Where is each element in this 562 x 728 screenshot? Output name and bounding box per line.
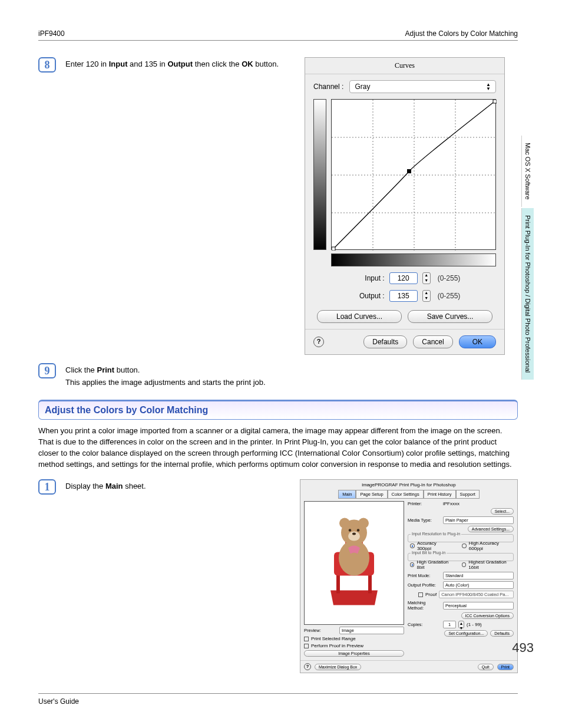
icc-options-button[interactable]: ICC Conversion Options bbox=[461, 612, 514, 619]
copies-range: (1 - 99) bbox=[467, 622, 482, 627]
media-label: Media Type: bbox=[408, 518, 441, 523]
copies-label: Copies: bbox=[408, 622, 441, 627]
load-curves-button[interactable]: Load Curves... bbox=[317, 310, 402, 323]
step-9-line1: Click the Print button. bbox=[65, 365, 518, 374]
plugin-defaults-button[interactable]: Defaults bbox=[490, 630, 514, 637]
media-select[interactable]: Plain Paper bbox=[443, 516, 514, 524]
preview-mode-select[interactable]: Image bbox=[339, 627, 404, 634]
output-profile-select[interactable]: Auto (Color) bbox=[443, 581, 514, 589]
step-1-text: Display the Main sheet. bbox=[65, 482, 290, 490]
output-label: Output : bbox=[349, 292, 385, 300]
print-mode-label: Print Mode: bbox=[408, 573, 441, 578]
footer-guide: User's Guide bbox=[38, 697, 79, 706]
copies-field[interactable]: 1 bbox=[443, 621, 456, 628]
step-8-text: Enter 120 in Input and 135 in Output the… bbox=[65, 60, 295, 68]
printer-value: iPFxxxx bbox=[443, 501, 514, 506]
page-footer: User's Guide bbox=[38, 693, 518, 706]
acc600-radio[interactable] bbox=[462, 543, 467, 548]
page-number: 493 bbox=[512, 640, 534, 655]
input-range: (0-255) bbox=[438, 274, 461, 282]
svg-rect-7 bbox=[407, 169, 411, 173]
help-icon[interactable]: ? bbox=[313, 337, 324, 347]
tab-main[interactable]: Main bbox=[338, 490, 356, 499]
set-config-button[interactable]: Set Configuration... bbox=[444, 630, 488, 637]
acc600-label: High Accuracy 600ppi bbox=[469, 541, 514, 551]
section-header: Adjust the Colors by Color Matching bbox=[38, 400, 518, 420]
chevron-updown-icon: ▲▼ bbox=[486, 83, 491, 91]
defaults-button[interactable]: Defaults bbox=[363, 335, 407, 348]
svg-point-16 bbox=[358, 518, 369, 529]
cancel-button[interactable]: Cancel bbox=[413, 335, 452, 348]
advanced-button[interactable]: Advanced Settings... bbox=[468, 526, 514, 532]
svg-point-15 bbox=[339, 518, 350, 529]
output-stepper[interactable]: ▲▼ bbox=[422, 290, 431, 302]
input-label: Input : bbox=[349, 274, 385, 282]
plugin-tabs: Main Page Setup Color Settings Print His… bbox=[300, 490, 517, 499]
preview-label: Preview: bbox=[304, 628, 337, 633]
preview-image bbox=[304, 501, 404, 625]
maximize-button[interactable]: Maximize Dialog Box bbox=[315, 664, 361, 670]
print-mode-select[interactable]: Standard bbox=[443, 572, 514, 579]
page-header: iPF9400 Adjust the Colors by Color Match… bbox=[38, 29, 518, 41]
perform-proof-checkbox[interactable] bbox=[304, 644, 309, 648]
proof-value: Canon iPF9400/8450 Coated Pa... bbox=[439, 591, 514, 598]
step-1-badge: 1 bbox=[38, 479, 56, 495]
step-8-badge: 8 bbox=[38, 57, 56, 73]
curves-title: Curves bbox=[305, 58, 504, 74]
channel-select[interactable]: Gray ▲▼ bbox=[349, 80, 496, 93]
acc300-label: Accuracy 300ppi bbox=[417, 541, 451, 551]
proof-label: Proof bbox=[425, 592, 437, 597]
curves-dialog: Curves Channel : Gray ▲▼ bbox=[305, 57, 505, 355]
svg-rect-8 bbox=[493, 100, 497, 103]
curve-graph[interactable] bbox=[331, 99, 496, 250]
acc300-radio[interactable] bbox=[410, 543, 415, 548]
svg-point-18 bbox=[349, 529, 351, 532]
section-body: When you print a color image imported fr… bbox=[38, 426, 518, 470]
bit8-radio[interactable] bbox=[410, 562, 414, 567]
perform-proof-label: Perform Proof in Preview bbox=[311, 643, 363, 648]
print-button[interactable]: Print bbox=[497, 664, 514, 670]
printer-label: Printer: bbox=[408, 501, 441, 506]
channel-value: Gray bbox=[355, 83, 370, 91]
channel-label: Channel : bbox=[313, 83, 343, 91]
tab-page-setup[interactable]: Page Setup bbox=[356, 490, 387, 499]
quit-button[interactable]: Quit bbox=[478, 664, 494, 670]
image-properties-button[interactable]: Image Properties bbox=[304, 650, 404, 657]
svg-rect-9 bbox=[336, 573, 340, 594]
header-left: iPF9400 bbox=[38, 29, 65, 38]
input-field[interactable]: 120 bbox=[389, 272, 418, 284]
side-tab-mac: Mac OS X Software bbox=[521, 136, 534, 207]
plugin-dialog: imagePROGRAF Print Plug-In for Photoshop… bbox=[300, 479, 518, 673]
step-9-badge: 9 bbox=[38, 363, 56, 378]
svg-point-20 bbox=[352, 533, 356, 535]
x-gradient bbox=[331, 253, 496, 266]
tab-support[interactable]: Support bbox=[456, 490, 480, 499]
select-printer-button[interactable]: Select... bbox=[491, 508, 514, 515]
header-right: Adjust the Colors by Color Matching bbox=[405, 29, 518, 38]
y-gradient bbox=[313, 99, 326, 250]
output-profile-label: Output Profile: bbox=[408, 582, 441, 588]
matching-label: Matching Method: bbox=[408, 600, 441, 611]
output-range: (0-255) bbox=[438, 292, 461, 300]
print-selected-label: Print Selected Range bbox=[311, 636, 356, 641]
input-stepper[interactable]: ▲▼ bbox=[422, 272, 431, 284]
bit16-label: Highest Gradation 16bit bbox=[468, 559, 514, 570]
matching-select[interactable]: Perceptual bbox=[443, 602, 514, 610]
save-curves-button[interactable]: Save Curves... bbox=[408, 310, 492, 323]
svg-rect-10 bbox=[368, 573, 372, 594]
bit16-radio[interactable] bbox=[462, 562, 466, 567]
output-field[interactable]: 135 bbox=[389, 290, 418, 302]
bit8-label: High Gradation 8bit bbox=[416, 559, 454, 570]
side-tab-plugin: Print Plug-In for Photoshop / Digital Ph… bbox=[521, 208, 534, 380]
plugin-help-icon[interactable]: ? bbox=[304, 663, 311, 670]
ok-button[interactable]: OK bbox=[459, 335, 496, 348]
svg-point-19 bbox=[357, 529, 359, 532]
svg-rect-6 bbox=[332, 247, 335, 251]
tab-color-settings[interactable]: Color Settings bbox=[388, 490, 424, 499]
tab-print-history[interactable]: Print History bbox=[424, 490, 456, 499]
print-selected-checkbox[interactable] bbox=[304, 637, 309, 641]
proof-checkbox[interactable] bbox=[418, 592, 423, 597]
section-title: Adjust the Colors by Color Matching bbox=[45, 405, 511, 416]
step-9-line2: This applies the image adjustments and s… bbox=[65, 378, 518, 387]
copies-stepper[interactable]: ▲▼ bbox=[458, 621, 464, 628]
